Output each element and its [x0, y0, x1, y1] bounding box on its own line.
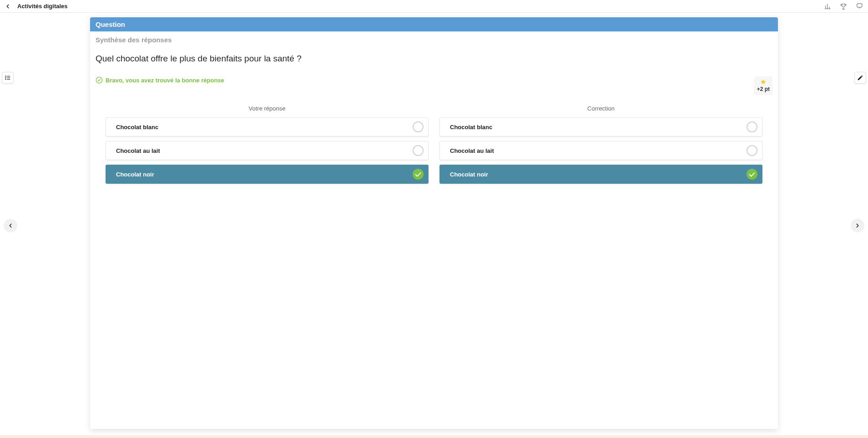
chat-button[interactable] [855, 3, 863, 10]
toc-button[interactable] [2, 72, 14, 84]
trophy-icon [840, 3, 847, 10]
correction-title: Correction [439, 105, 762, 112]
feedback-message: Bravo, vous avez trouvé la bonne réponse [96, 76, 224, 84]
card-header: Question [90, 17, 778, 31]
radio-unchecked-icon [413, 121, 424, 132]
chevron-left-icon [5, 3, 11, 10]
answer-columns: Votre réponse Chocolat blancChocolat au … [90, 97, 778, 188]
topbar: Activités digitales [0, 0, 868, 13]
feedback-text: Bravo, vous avez trouvé la bonne réponse [106, 77, 224, 84]
radio-checked-icon [413, 169, 424, 180]
question-text: Quel chocolat offre le plus de bienfaits… [90, 45, 778, 68]
svg-rect-7 [7, 76, 10, 76]
your-answer-column: Votre réponse Chocolat blancChocolat au … [106, 105, 429, 188]
answer-label: Chocolat noir [116, 171, 154, 178]
points-badge: ★ +2 pt [754, 76, 772, 95]
radio-unchecked-icon [747, 145, 757, 156]
progress-bar [0, 435, 868, 438]
prev-button[interactable] [4, 219, 17, 232]
question-card: Question Synthèse des réponses Quel choc… [90, 17, 778, 429]
correction-list: Chocolat blancChocolat au laitChocolat n… [439, 117, 762, 188]
radio-unchecked-icon [413, 145, 424, 156]
svg-rect-8 [7, 77, 10, 78]
page-title: Activités digitales [17, 3, 68, 10]
radio-unchecked-icon [747, 121, 757, 132]
radio-checked-icon [747, 169, 757, 180]
edit-button[interactable] [854, 72, 866, 84]
your-answer-list: Chocolat blancChocolat au laitChocolat n… [106, 117, 429, 188]
answer-label: Chocolat noir [450, 171, 488, 178]
svg-point-6 [5, 79, 6, 80]
answer-label: Chocolat au lait [116, 147, 160, 154]
points-text: +2 pt [757, 86, 770, 92]
chat-icon [855, 3, 863, 10]
trophy-button[interactable] [840, 3, 847, 10]
correction-column: Correction Chocolat blancChocolat au lai… [439, 105, 762, 188]
next-button[interactable] [851, 219, 864, 232]
your-answer-title: Votre réponse [106, 105, 429, 112]
topbar-right [824, 3, 863, 10]
star-icon: ★ [760, 78, 766, 85]
back-button[interactable] [5, 3, 11, 10]
topbar-left: Activités digitales [5, 3, 68, 10]
check-circle-icon [96, 76, 103, 84]
answer-label: Chocolat au lait [450, 147, 494, 154]
svg-rect-9 [7, 79, 10, 80]
svg-point-5 [5, 77, 6, 78]
chevron-right-icon [854, 222, 861, 229]
pencil-icon [857, 75, 863, 81]
correct-answer-option: Chocolat blanc [439, 117, 762, 136]
feedback-row: Bravo, vous avez trouvé la bonne réponse… [90, 68, 778, 97]
your-answer-option: Chocolat noir [106, 165, 429, 184]
chevron-left-icon [7, 222, 14, 229]
correct-answer-option: Chocolat au lait [439, 141, 762, 160]
your-answer-option: Chocolat au lait [106, 141, 429, 160]
svg-point-4 [5, 76, 6, 76]
answer-label: Chocolat blanc [116, 124, 158, 131]
answer-label: Chocolat blanc [450, 124, 492, 131]
stats-button[interactable] [824, 3, 832, 10]
card-subheader: Synthèse des réponses [90, 31, 778, 45]
stage: Question Synthèse des réponses Quel choc… [0, 13, 868, 438]
bar-chart-icon [824, 3, 832, 10]
correct-answer-option: Chocolat noir [439, 165, 762, 184]
list-icon [5, 75, 11, 81]
svg-point-10 [96, 77, 102, 83]
your-answer-option: Chocolat blanc [106, 117, 429, 136]
